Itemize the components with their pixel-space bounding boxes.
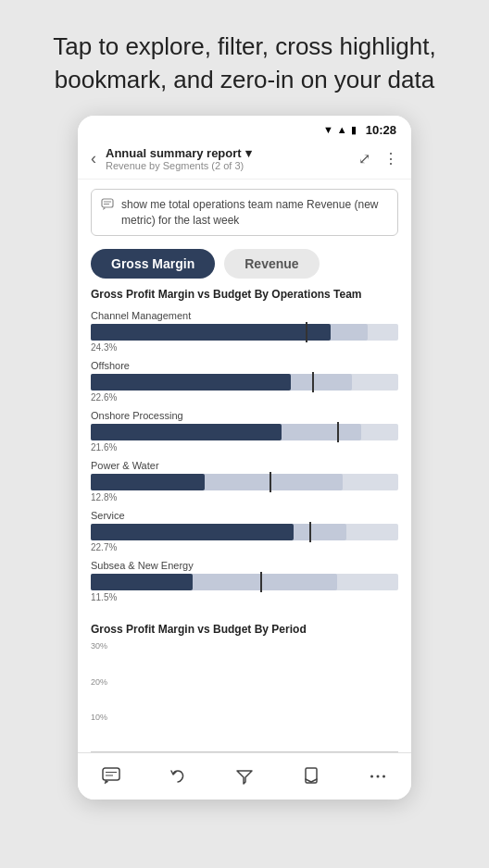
filter-icon[interactable] bbox=[226, 763, 263, 790]
bar-label-0: Channel Management bbox=[91, 310, 398, 321]
status-icons: ▼ ▲ ▮ bbox=[323, 124, 357, 136]
search-chat-icon bbox=[101, 198, 114, 214]
back-button[interactable]: ‹ bbox=[91, 149, 96, 168]
bar-chart-title: Gross Profit Margin vs Budget By Operati… bbox=[91, 288, 398, 301]
period-chart-title: Gross Profit Margin vs Budget By Period bbox=[78, 619, 411, 641]
search-query-text: show me total operations team name Reven… bbox=[121, 197, 388, 229]
toggle-row: Gross Margin Revenue bbox=[78, 245, 411, 288]
bar-track-3 bbox=[91, 474, 398, 490]
bar-row-offshore[interactable]: Offshore 22.6% bbox=[91, 360, 398, 403]
bar-row-service[interactable]: Service 22.7% bbox=[91, 510, 398, 552]
bar-actual-4 bbox=[91, 524, 294, 540]
bar-chart-section: Gross Profit Margin vs Budget By Operati… bbox=[78, 288, 411, 619]
svg-point-11 bbox=[377, 775, 380, 778]
period-chart: 30% 20% 10% bbox=[91, 641, 398, 752]
bar-marker-4 bbox=[309, 522, 311, 542]
dropdown-icon[interactable]: ▾ bbox=[245, 146, 252, 160]
bar-track-0 bbox=[91, 324, 398, 341]
bar-actual-2 bbox=[91, 424, 282, 440]
wifi-icon: ▼ bbox=[323, 124, 333, 135]
period-bars bbox=[119, 641, 398, 751]
bar-value-2: 21.6% bbox=[91, 442, 398, 453]
bar-actual-5 bbox=[91, 574, 193, 590]
svg-rect-0 bbox=[102, 199, 113, 207]
bar-track-1 bbox=[91, 374, 398, 391]
bar-value-5: 11.5% bbox=[91, 592, 398, 602]
y-label-30: 30% bbox=[91, 641, 107, 651]
y-label-10: 10% bbox=[91, 713, 107, 722]
more-options-icon[interactable] bbox=[359, 763, 396, 790]
bar-row-power-water[interactable]: Power & Water 12.8% bbox=[91, 460, 398, 502]
nav-title: Annual summary report ▾ bbox=[106, 146, 358, 160]
bar-actual-0 bbox=[91, 324, 331, 341]
y-label-20: 20% bbox=[91, 677, 107, 687]
undo-icon[interactable] bbox=[159, 763, 196, 790]
bar-marker-5 bbox=[260, 572, 262, 592]
bottom-nav bbox=[78, 752, 411, 800]
bar-row-channel-management[interactable]: Channel Management 24.3% bbox=[91, 310, 398, 353]
battery-icon: ▮ bbox=[351, 124, 357, 136]
nav-actions: ⤢ ⋮ bbox=[358, 150, 398, 167]
hero-text: Tap to explore, filter, cross highlight,… bbox=[0, 0, 489, 116]
bar-row-onshore[interactable]: Onshore Processing 21.6% bbox=[91, 410, 398, 453]
svg-line-9 bbox=[311, 779, 317, 782]
bar-label-2: Onshore Processing bbox=[91, 410, 398, 421]
bar-row-subsea[interactable]: Subsea & New Energy 11.5% bbox=[91, 560, 398, 602]
top-nav: ‹ Annual summary report ▾ Revenue by Seg… bbox=[78, 141, 411, 180]
bar-track-2 bbox=[91, 424, 398, 440]
status-bar: ▼ ▲ ▮ 10:28 bbox=[78, 116, 411, 141]
svg-point-12 bbox=[382, 775, 385, 778]
phone-frame: ▼ ▲ ▮ 10:28 ‹ Annual summary report ▾ Re… bbox=[78, 116, 411, 800]
bookmark-icon[interactable] bbox=[293, 763, 330, 790]
nav-title-group: Annual summary report ▾ Revenue by Segme… bbox=[106, 146, 358, 171]
bar-marker-2 bbox=[337, 422, 339, 442]
period-chart-container: 30% 20% 10% bbox=[78, 641, 411, 752]
bar-marker-0 bbox=[306, 322, 307, 342]
signal-icon: ▲ bbox=[337, 124, 347, 135]
gross-margin-toggle[interactable]: Gross Margin bbox=[91, 249, 215, 279]
bar-value-0: 24.3% bbox=[91, 342, 398, 353]
bar-marker-3 bbox=[270, 472, 271, 492]
y-axis: 30% 20% 10% bbox=[91, 641, 107, 751]
chat-icon[interactable] bbox=[93, 763, 130, 790]
bar-value-1: 22.6% bbox=[91, 392, 398, 403]
svg-rect-3 bbox=[103, 768, 119, 780]
bar-marker-1 bbox=[312, 372, 314, 392]
bar-value-3: 12.8% bbox=[91, 492, 398, 502]
bar-actual-3 bbox=[91, 474, 205, 490]
revenue-toggle[interactable]: Revenue bbox=[224, 249, 319, 279]
expand-icon[interactable]: ⤢ bbox=[358, 150, 370, 167]
bar-label-4: Service bbox=[91, 510, 398, 521]
bar-label-5: Subsea & New Energy bbox=[91, 560, 398, 571]
bar-track-5 bbox=[91, 574, 398, 590]
bar-value-4: 22.7% bbox=[91, 542, 398, 552]
bar-track-4 bbox=[91, 524, 398, 540]
svg-line-8 bbox=[306, 779, 311, 782]
svg-rect-7 bbox=[306, 768, 317, 777]
bar-label-3: Power & Water bbox=[91, 460, 398, 471]
nav-subtitle: Revenue by Segments (2 of 3) bbox=[106, 160, 358, 171]
svg-point-10 bbox=[370, 775, 373, 778]
more-icon[interactable]: ⋮ bbox=[383, 150, 398, 167]
search-bar[interactable]: show me total operations team name Reven… bbox=[91, 189, 398, 237]
bar-actual-1 bbox=[91, 374, 291, 391]
status-time: 10:28 bbox=[366, 123, 396, 137]
bar-label-1: Offshore bbox=[91, 360, 398, 371]
